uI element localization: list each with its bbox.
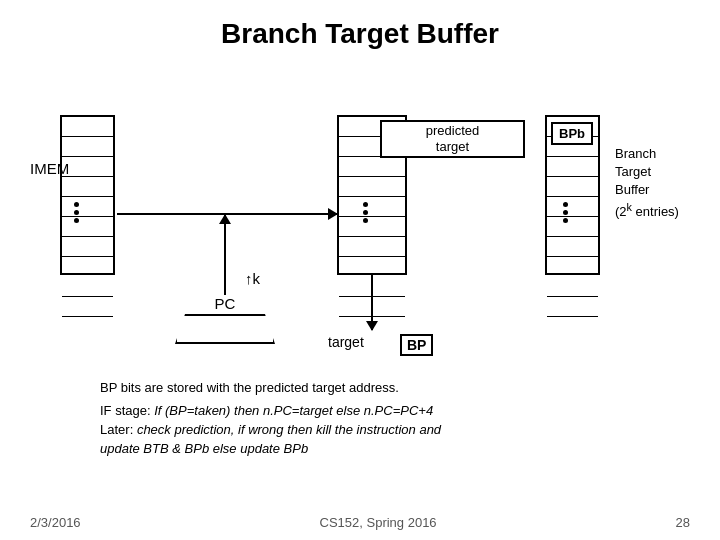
later-text2: update BTB & BPb else update BPb [100,441,680,456]
target-label: target [328,334,364,350]
arrow-btb-down [371,275,373,330]
k-to-btb-line [226,213,337,215]
k-label: ↑k [245,270,260,287]
btb-right-label-text: BranchTargetBuffer(2k entries) [615,146,679,219]
btb-dots [363,202,368,223]
later-text: Later: check prediction, if wrong then k… [100,422,680,437]
if-stage-italic: If (BP=taken) then n.PC=target else n.PC… [154,403,433,418]
page-number: 28 [676,515,690,530]
bpb-label: BPb [551,122,593,145]
bp-label: BP [400,334,433,356]
later-italic2: update BTB & BPb else update BPb [100,441,308,456]
date-label: 2/3/2016 [30,515,81,530]
if-stage-label: IF stage: [100,403,151,418]
if-stage-text: IF stage: If (BP=taken) then n.PC=target… [100,403,680,418]
predicted-target-text: predictedtarget [426,123,479,154]
pc-area: PC [175,295,275,344]
btb-right-label: BranchTargetBuffer(2k entries) [615,145,679,221]
arrow-pc-up [224,215,226,295]
bottom-bar: 2/3/2016 CS152, Spring 2016 28 [0,515,720,530]
bp-bits-text: BP bits are stored with the predicted ta… [100,380,680,395]
page-title: Branch Target Buffer [0,0,720,60]
pc-trapezoid [175,314,275,344]
footer-area: BP bits are stored with the predicted ta… [100,380,680,460]
course-label: CS152, Spring 2016 [320,515,437,530]
later-label: Later: [100,422,133,437]
diagram-area: IMEM predict [0,60,720,350]
imem-block [60,115,115,275]
imem-label: IMEM [30,160,69,177]
imem-dots [74,202,79,223]
predicted-target-box: predictedtarget [380,120,525,158]
bpb-dots [563,202,568,223]
pc-label: PC [175,295,275,312]
later-italic: check prediction, if wrong then kill the… [137,422,441,437]
